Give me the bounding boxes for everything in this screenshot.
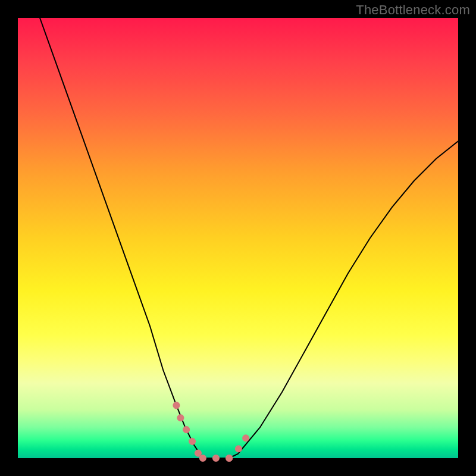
bottleneck-curve xyxy=(40,18,458,458)
watermark-text: TheBottleneck.com xyxy=(356,2,470,18)
chart-frame: TheBottleneck.com xyxy=(0,0,476,476)
highlight-dots-right xyxy=(229,432,251,458)
highlight-dots-left xyxy=(176,405,202,458)
plot-area xyxy=(18,18,458,458)
curve-svg xyxy=(18,18,458,458)
